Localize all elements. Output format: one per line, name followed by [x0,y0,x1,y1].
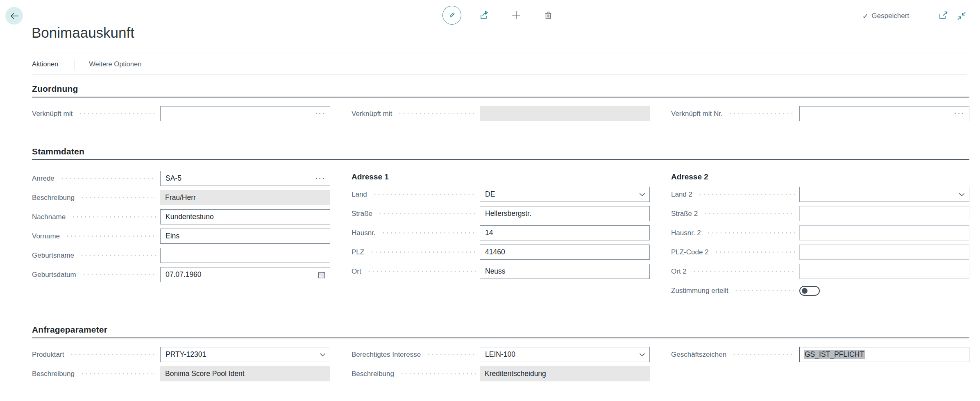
calendar-icon[interactable] [318,271,326,279]
chevron-down-icon[interactable] [959,193,965,196]
ort-input[interactable] [480,264,649,279]
share-button[interactable] [475,6,493,25]
dotted-leader [703,213,795,214]
edit-button[interactable] [442,6,461,25]
chevron-down-icon[interactable] [320,353,326,356]
popout-button[interactable] [937,10,950,22]
produktart-select[interactable] [161,347,330,362]
section-heading-anfrageparameter: Anfrageparameter [32,325,969,338]
field-geburtsdatum: Geburtsdatum [32,267,330,282]
land2-select[interactable] [800,187,969,202]
chevron-down-icon[interactable] [639,353,645,356]
geburtsname-input[interactable] [161,248,330,263]
plz-input[interactable] [480,245,649,259]
strasse2-input-box[interactable] [799,206,969,221]
assist-edit-icon[interactable]: ··· [954,108,964,117]
field-label: Produktart [32,351,64,359]
dotted-leader [398,113,476,114]
section-heading-stammdaten: Stammdaten [32,147,969,160]
field-label: Beschreibung [352,370,394,378]
ort2-input-box[interactable] [799,264,969,279]
field-plz2: PLZ-Code 2 [671,245,969,260]
window-controls: ✓ Gespeichert [862,10,968,22]
field-label: Verknüpft mit [352,110,392,118]
dotted-leader [80,197,156,198]
nachname-input-box[interactable] [160,209,330,224]
strasse-input[interactable] [480,206,649,221]
dotted-leader [60,178,156,179]
field-label: Nachname [32,213,66,221]
dotted-leader [370,251,476,253]
produktart-select-box[interactable] [160,347,330,362]
collapse-button[interactable] [955,10,968,22]
open-in-new-window-icon [938,11,949,21]
plz-input-box[interactable] [480,245,650,260]
assist-edit-icon[interactable]: ··· [315,108,325,117]
saved-label: Gespeichert [871,12,909,20]
stammdaten-col-person: Anrede ··· Beschreibung Frau/Herr Nachna… [32,171,330,286]
geschaeftszeichen-input-box[interactable]: GS_IST_PFLICHT [799,347,969,362]
land-select[interactable] [480,187,649,202]
field-label: Anrede [32,174,54,183]
vorname-input[interactable] [161,229,330,243]
plz2-input-box[interactable] [799,245,969,260]
menu-weitere-optionen[interactable]: Weitere Optionen [89,60,141,68]
field-label: Berechtigtes Interesse [352,351,421,359]
field-label: Geschäftszeichen [671,351,726,359]
field-verknuepft-mit: Verknüpft mit ··· [32,106,330,121]
verknuepft-mit-2-disabled-box [480,106,650,121]
hausnr2-input[interactable] [800,226,969,240]
field-label: PLZ-Code 2 [671,248,709,256]
field-label: Geburtsname [32,251,74,260]
assist-edit-icon[interactable]: ··· [315,173,325,181]
strasse-input-box[interactable] [480,206,650,221]
vorname-input-box[interactable] [160,229,330,244]
plz2-input[interactable] [800,245,969,259]
verknuepft-mit-input-box[interactable]: ··· [160,106,330,121]
berechtigtes-interesse-select-box[interactable] [480,347,650,362]
hausnr-input-box[interactable] [480,225,650,240]
dotted-leader [367,271,476,272]
field-land2: Land 2 [671,187,969,202]
verknuepft-mit-nr-input[interactable] [800,106,969,121]
geschaeftszeichen-selected-text[interactable]: GS_IST_PFLICHT [804,350,865,359]
collapse-icon [956,11,967,21]
field-geburtsname: Geburtsname [32,248,330,263]
dotted-leader [82,274,156,275]
back-button[interactable] [5,7,23,25]
field-produktart: Produktart [32,347,330,362]
strasse2-input[interactable] [800,206,969,221]
field-beschreibung-produkt: Beschreibung Bonima Score Pool Ident [32,366,330,381]
nachname-input[interactable] [161,210,330,224]
field-nachname: Nachname [32,209,330,224]
new-record-button[interactable] [507,6,525,25]
menu-aktionen[interactable]: Aktionen [32,60,58,68]
field-label: Geburtsdatum [32,271,76,279]
verknuepft-mit-input[interactable] [161,106,330,121]
geburtsdatum-input-box[interactable] [160,267,330,282]
ort2-input[interactable] [800,264,969,279]
verknuepft-mit-nr-input-box[interactable]: ··· [799,106,969,121]
zustimmung-toggle[interactable] [799,286,820,296]
field-label: Hausnr. 2 [671,229,701,237]
menu-separator [75,59,75,70]
geburtsdatum-input[interactable] [161,267,330,282]
group-header-adresse2: Adresse 2 [671,171,969,183]
anrede-input[interactable] [161,171,330,186]
geburtsname-input-box[interactable] [160,248,330,263]
field-anrede: Anrede ··· [32,171,330,186]
land2-select-box[interactable] [799,187,969,202]
dotted-leader [381,232,476,233]
hausnr2-input-box[interactable] [799,225,969,240]
anrede-input-box[interactable]: ··· [160,171,330,186]
saved-check-icon: ✓ [862,12,869,20]
land-select-box[interactable] [480,187,650,202]
dotted-leader [80,373,156,374]
field-beschreibung-interesse: Beschreibung Kreditentscheidung [352,366,650,381]
hausnr-input[interactable] [480,226,649,240]
delete-button[interactable] [539,6,557,25]
ort-input-box[interactable] [480,264,650,279]
chevron-down-icon[interactable] [639,193,645,196]
berechtigtes-interesse-select[interactable] [480,347,649,362]
dotted-leader [692,271,795,272]
